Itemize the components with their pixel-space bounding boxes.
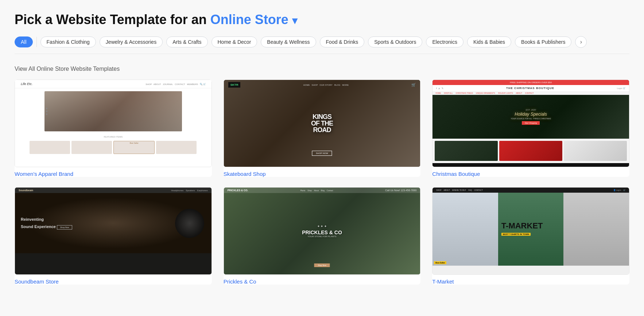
cat-btn-jewelry[interactable]: Jewelry & Accessories — [100, 36, 163, 47]
template-card-skateboard[interactable]: SKTR HOME SHOP OUR STORY BLOG MORE 🛒 KIN… — [224, 80, 421, 177]
mock-brand-overlay: T-MARKET BEST T-SHIRTS IN TOWN — [501, 222, 543, 236]
mock-logo-box: SKTR — [228, 82, 241, 88]
cat-btn-sports[interactable]: Sports & Outdoors — [368, 36, 422, 47]
mock-nav-prickles: PRICKLES & CO. PlantsShopAboutBlogContac… — [224, 188, 420, 193]
mock-model-3 — [563, 193, 629, 266]
template-label-prickles: Prickles & Co — [224, 278, 421, 285]
title-prefix: Pick a Website Template for an — [15, 12, 207, 27]
cat-btn-beauty[interactable]: Beauty & Wellness — [261, 36, 316, 47]
title-dropdown-arrow[interactable]: ▾ — [292, 15, 297, 26]
cat-btn-home[interactable]: Home & Decor — [212, 36, 257, 47]
cat-btn-arts[interactable]: Arts & Crafts — [166, 36, 207, 47]
template-label-soundbeam: Soundbeam Store — [15, 278, 212, 285]
mock-nav-links: SHOP ABOUT JOURNAL CONTACT MEMBERS 🔍 🛒 — [146, 83, 205, 85]
thumb-tmarket: SHOPABOUTWHERE TO BUYFAQCONTACT 👤 Log in… — [432, 188, 629, 274]
mock-products — [432, 139, 629, 163]
template-card-soundbeam[interactable]: Soundbeam HeadphonesSpeakersEarphones Re… — [15, 187, 212, 285]
dot — [46, 113, 47, 115]
mock-hero-text: KINGSOF THEROAD — [311, 113, 333, 133]
cat-btn-fashion[interactable]: Fashion & Clothing — [40, 36, 96, 47]
mock-hero — [44, 91, 182, 131]
thumb-christmas: FREE SHIPPING ON ORDERS OVER $50 f p 𝕏 T… — [432, 80, 629, 167]
social-icons: f p 𝕏 — [436, 87, 443, 89]
thumb-soundbeam: Soundbeam HeadphonesSpeakersEarphones Re… — [15, 188, 212, 274]
dot — [46, 111, 47, 112]
mock-sub-prickles: YOUR STORE FOR PLANTS — [302, 235, 342, 238]
thumb-prickles: PRICKLES & CO. PlantsShopAboutBlogContac… — [224, 188, 420, 274]
template-card-tmarket[interactable]: SHOPABOUTWHERE TO BUYFAQCONTACT 👤 Log in… — [432, 187, 629, 285]
template-label-tmarket: T-Market — [432, 278, 629, 285]
more-categories-button[interactable]: › — [575, 36, 587, 48]
mock-logo: Life Etc. — [21, 82, 33, 86]
template-card-womens-apparel[interactable]: Life Etc. SHOP ABOUT JOURNAL CONTACT MEM… — [15, 80, 212, 177]
mock-holiday-text: EST. 2020 Holiday Specials YOUR SOURCE F… — [511, 109, 551, 125]
mock-top-bar: FREE SHIPPING ON ORDERS OVER $50 — [432, 80, 629, 85]
mock-logo-soundbeam: Soundbeam — [19, 189, 33, 192]
mock-nav-christmas: f p 𝕏 THE CHRISTMAS BOUTIQUE Login 🛒 — [432, 85, 629, 91]
mock-logo-prickles: PRICKLES & CO. — [228, 189, 248, 192]
call-us: Call Us Now! 123-456-7890 — [385, 189, 416, 192]
cat-btn-electronics[interactable]: Electronics — [426, 36, 463, 47]
page-title: Pick a Website Template for an Online St… — [15, 12, 629, 27]
mock-side-dots — [46, 108, 47, 115]
mock-nav: Life Etc. SHOP ABOUT JOURNAL CONTACT MEM… — [15, 80, 212, 88]
mock-headphone — [175, 209, 204, 238]
feat-item-3: Best Seller — [113, 141, 155, 154]
feat-item-1 — [30, 141, 70, 154]
mock-shop-btn: SHOP NOW — [312, 151, 332, 156]
template-thumb-tmarket: SHOPABOUTWHERE TO BUYFAQCONTACT 👤 Log in… — [432, 187, 629, 275]
cat-btn-books[interactable]: Books & Publishers — [515, 36, 571, 47]
mock-model-1 — [432, 193, 498, 266]
template-thumb-christmas: FREE SHIPPING ON ORDERS OVER $50 f p 𝕏 T… — [432, 80, 629, 167]
template-label-skateboard: Skateboard Shop — [224, 171, 421, 177]
christmas-sub-nav: HOMESHOP ALLCHRISTMAS TREESUNIQUE ORNAME… — [432, 91, 629, 95]
mock-shopbtn-soundbeam: Shop Now — [57, 225, 72, 230]
start-shopping-btn: Start Shopping — [522, 121, 540, 125]
mock-navlinks-soundbeam: HeadphonesSpeakersEarphones — [171, 189, 207, 192]
dot — [46, 108, 47, 109]
cart-icon-christmas: Login 🛒 — [617, 87, 625, 89]
section-label: View All Online Store Website Templates — [15, 66, 629, 72]
category-divider — [36, 37, 37, 47]
cat-btn-kids[interactable]: Kids & Babies — [467, 36, 511, 47]
page-wrapper: Pick a Website Template for an Online St… — [0, 0, 644, 299]
template-card-christmas[interactable]: FREE SHIPPING ON ORDERS OVER $50 f p 𝕏 T… — [432, 80, 629, 177]
featured-label: FEATURED ITEMS — [30, 136, 197, 138]
template-thumb-skateboard: SKTR HOME SHOP OUR STORY BLOG MORE 🛒 KIN… — [224, 80, 421, 167]
mock-cta-prickles: Shop Now — [314, 263, 330, 267]
mock-prod-1 — [435, 141, 498, 161]
mock-text-soundbeam: ReinventingSound Experience Shop Now — [21, 217, 72, 230]
mock-featured: Best Seller — [30, 141, 197, 154]
template-thumb-womens-apparel: Life Etc. SHOP ABOUT JOURNAL CONTACT MEM… — [15, 80, 212, 167]
mock-navlinks-prickles: PlantsShopAboutBlogContact — [300, 189, 333, 192]
mock-models: T-MARKET BEST T-SHIRTS IN TOWN Best Sell… — [432, 193, 629, 266]
feat-item-4 — [156, 141, 197, 154]
christmas-brand: THE CHRISTMAS BOUTIQUE — [506, 86, 554, 90]
cat-btn-food[interactable]: Food & Drinks — [320, 36, 365, 47]
page-header: Pick a Website Template for an Online St… — [15, 12, 629, 27]
template-thumb-prickles: PRICKLES & CO. PlantsShopAboutBlogContac… — [224, 187, 421, 275]
mock-prod-3 — [564, 141, 627, 161]
model-bg-1 — [432, 193, 498, 266]
mock-nav-tmarket: SHOPABOUTWHERE TO BUYFAQCONTACT 👤 Log in… — [432, 188, 629, 193]
category-bar: All Fashion & Clothing Jewelry & Accesso… — [15, 36, 629, 54]
title-highlight: Online Store — [210, 12, 288, 27]
mock-hero-dark: EST. 2020 Holiday Specials YOUR SOURCE F… — [432, 95, 629, 139]
mock-nav-skate: SKTR HOME SHOP OUR STORY BLOG MORE 🛒 — [224, 80, 420, 90]
thumb-skate: SKTR HOME SHOP OUR STORY BLOG MORE 🛒 KIN… — [224, 80, 420, 167]
model-bg-3 — [563, 193, 629, 266]
template-label-womens-apparel: Women's Apparel Brand — [15, 171, 212, 177]
templates-grid: Life Etc. SHOP ABOUT JOURNAL CONTACT MEM… — [15, 80, 629, 285]
mock-hero-dark-soundbeam: ReinventingSound Experience Shop Now — [15, 193, 212, 253]
plant-icon-prickles: ✦ ✦ ✦ — [302, 225, 342, 228]
mock-prod-2 — [499, 141, 562, 161]
feat-item-2 — [71, 141, 112, 154]
best-seller-badge: Best Seller — [434, 261, 446, 264]
thumb-life-etc: Life Etc. SHOP ABOUT JOURNAL CONTACT MEM… — [15, 80, 212, 167]
template-thumb-soundbeam: Soundbeam HeadphonesSpeakersEarphones Re… — [15, 187, 212, 275]
cat-btn-all[interactable]: All — [15, 36, 33, 47]
mock-brand-sub: BEST T-SHIRTS IN TOWN — [501, 233, 531, 236]
template-label-christmas: Christmas Boutique — [432, 171, 629, 177]
mock-navlinks-tmarket: SHOPABOUTWHERE TO BUYFAQCONTACT — [436, 189, 483, 191]
template-card-prickles[interactable]: PRICKLES & CO. PlantsShopAboutBlogContac… — [224, 187, 421, 285]
